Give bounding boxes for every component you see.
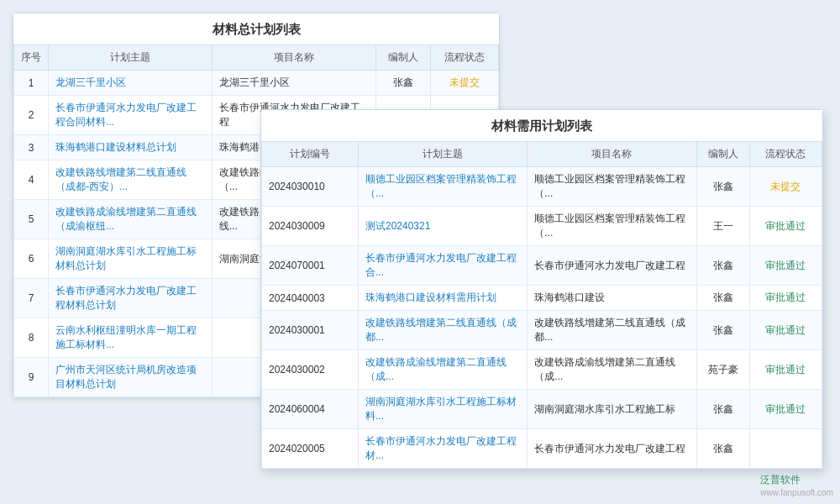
cell-status xyxy=(749,429,822,469)
cell-theme: 改建铁路线增建第二线直通线（成都... xyxy=(359,311,528,350)
cell-seq: 3 xyxy=(14,135,49,160)
main-table-title: 材料总计划列表 xyxy=(13,13,499,45)
cell-status: 未提交 xyxy=(749,167,822,207)
cell-theme: 湖南洞庭湖水库引水工程施工标材料总计划 xyxy=(49,239,213,279)
cell-seq: 7 xyxy=(14,279,49,318)
sec-col-status: 流程状态 xyxy=(749,142,822,167)
cell-project: 长春市伊通河水力发电厂改建工程 xyxy=(528,429,696,469)
table-row[interactable]: 2024030001 改建铁路线增建第二线直通线（成都... 改建铁路线增建第二… xyxy=(262,311,822,350)
cell-code: 2024030002 xyxy=(262,350,359,390)
main-table-header-row: 序号 计划主题 项目名称 编制人 流程状态 xyxy=(14,45,499,71)
cell-theme: 改建铁路线增建第二线直通线（成都-西安）... xyxy=(49,160,213,200)
cell-project: 龙湖三千里小区 xyxy=(212,71,375,96)
cell-status: 审批通过 xyxy=(749,350,822,390)
cell-editor: 张鑫 xyxy=(375,71,430,96)
main-col-project: 项目名称 xyxy=(212,45,375,71)
cell-status: 未提交 xyxy=(430,71,498,96)
main-col-editor: 编制人 xyxy=(375,45,430,71)
cell-theme: 云南水利枢纽潼明水库一期工程施工标材料... xyxy=(49,318,213,358)
cell-editor: 张鑫 xyxy=(696,167,749,207)
cell-project: 顺德工业园区档案管理精装饰工程（... xyxy=(528,167,696,207)
main-col-status: 流程状态 xyxy=(430,45,498,71)
secondary-table-container: 材料需用计划列表 计划编号 计划主题 项目名称 编制人 流程状态 2024030… xyxy=(260,109,823,470)
table-row[interactable]: 2024070001 长春市伊通河水力发电厂改建工程合... 长春市伊通河水力发… xyxy=(262,246,822,286)
cell-code: 2024030009 xyxy=(262,207,359,246)
cell-theme: 龙湖三千里小区 xyxy=(49,71,213,96)
watermark-logo: 泛普软件 xyxy=(760,474,801,486)
cell-editor: 苑子豪 xyxy=(696,350,749,390)
table-row[interactable]: 1 龙湖三千里小区 龙湖三千里小区 张鑫 未提交 xyxy=(14,71,499,96)
cell-editor: 王一 xyxy=(696,207,749,246)
sec-col-editor: 编制人 xyxy=(696,142,749,167)
main-col-seq: 序号 xyxy=(14,45,49,71)
cell-seq: 1 xyxy=(14,71,49,96)
cell-code: 2024070001 xyxy=(262,246,359,286)
cell-theme: 顺德工业园区档案管理精装饰工程（... xyxy=(359,167,528,207)
cell-theme: 珠海鹤港口建设材料需用计划 xyxy=(359,286,528,311)
cell-editor: 张鑫 xyxy=(696,246,749,286)
sec-col-theme: 计划主题 xyxy=(359,142,528,167)
cell-editor: 张鑫 xyxy=(696,286,749,311)
cell-theme: 湖南洞庭湖水库引水工程施工标材料... xyxy=(359,390,528,429)
cell-project: 改建铁路成渝线增建第二直通线（成... xyxy=(528,350,696,390)
cell-status: 审批通过 xyxy=(749,390,822,429)
cell-code: 2024030001 xyxy=(262,311,359,350)
cell-code: 2024040003 xyxy=(262,286,359,311)
table-row[interactable]: 2024030010 顺德工业园区档案管理精装饰工程（... 顺德工业园区档案管… xyxy=(262,167,822,207)
cell-seq: 6 xyxy=(14,239,49,279)
cell-theme: 改建铁路成渝线增建第二直通线（成... xyxy=(359,350,528,390)
cell-seq: 4 xyxy=(14,160,49,200)
cell-status: 审批通过 xyxy=(749,286,822,311)
secondary-table-title: 材料需用计划列表 xyxy=(261,110,822,141)
table-row[interactable]: 2024030009 测试20240321 顺德工业园区档案管理精装饰工程（..… xyxy=(262,207,822,246)
cell-code: 2024020005 xyxy=(262,429,359,469)
cell-theme: 改建铁路成渝线增建第二直通线（成渝枢纽... xyxy=(49,200,213,239)
secondary-table-header-row: 计划编号 计划主题 项目名称 编制人 流程状态 xyxy=(262,142,822,167)
cell-editor: 张鑫 xyxy=(696,311,749,350)
table-row[interactable]: 2024020005 长春市伊通河水力发电厂改建工程材... 长春市伊通河水力发… xyxy=(262,429,822,469)
cell-seq: 8 xyxy=(14,318,49,358)
cell-seq: 2 xyxy=(14,96,49,135)
cell-code: 2024060004 xyxy=(262,390,359,429)
cell-project: 长春市伊通河水力发电厂改建工程 xyxy=(528,246,696,286)
cell-theme: 长春市伊通河水力发电厂改建工程材... xyxy=(359,429,528,469)
cell-project: 顺德工业园区档案管理精装饰工程（... xyxy=(528,207,696,246)
cell-theme: 测试20240321 xyxy=(359,207,528,246)
table-row[interactable]: 2024040003 珠海鹤港口建设材料需用计划 珠海鹤港口建设 张鑫 审批通过 xyxy=(262,286,822,311)
secondary-table: 计划编号 计划主题 项目名称 编制人 流程状态 2024030010 顺德工业园… xyxy=(261,141,822,469)
cell-status: 审批通过 xyxy=(749,311,822,350)
cell-editor: 张鑫 xyxy=(696,390,749,429)
cell-theme: 长春市伊通河水力发电厂改建工程合... xyxy=(359,246,528,286)
cell-theme: 广州市天河区统计局机房改造项目材料总计划 xyxy=(49,358,213,397)
main-col-theme: 计划主题 xyxy=(49,45,213,71)
cell-seq: 5 xyxy=(14,200,49,239)
cell-status: 审批通过 xyxy=(749,246,822,286)
watermark: 泛普软件 www.fanpusoft.com xyxy=(760,473,833,497)
sec-col-project: 项目名称 xyxy=(528,142,696,167)
cell-theme: 长春市伊通河水力发电厂改建工程材料总计划 xyxy=(49,279,213,318)
cell-theme: 珠海鹤港口建设材料总计划 xyxy=(49,135,213,160)
cell-project: 改建铁路线增建第二线直通线（成都... xyxy=(528,311,696,350)
cell-editor: 张鑫 xyxy=(696,429,749,469)
cell-seq: 9 xyxy=(14,358,49,397)
sec-col-code: 计划编号 xyxy=(262,142,359,167)
watermark-url: www.fanpusoft.com xyxy=(760,488,833,497)
table-row[interactable]: 2024030002 改建铁路成渝线增建第二直通线（成... 改建铁路成渝线增建… xyxy=(262,350,822,390)
cell-code: 2024030010 xyxy=(262,167,359,207)
cell-theme: 长春市伊通河水力发电厂改建工程合同材料... xyxy=(49,96,213,135)
table-row[interactable]: 2024060004 湖南洞庭湖水库引水工程施工标材料... 湖南洞庭湖水库引水… xyxy=(262,390,822,429)
cell-project: 珠海鹤港口建设 xyxy=(528,286,696,311)
cell-project: 湖南洞庭湖水库引水工程施工标 xyxy=(528,390,696,429)
cell-status: 审批通过 xyxy=(749,207,822,246)
